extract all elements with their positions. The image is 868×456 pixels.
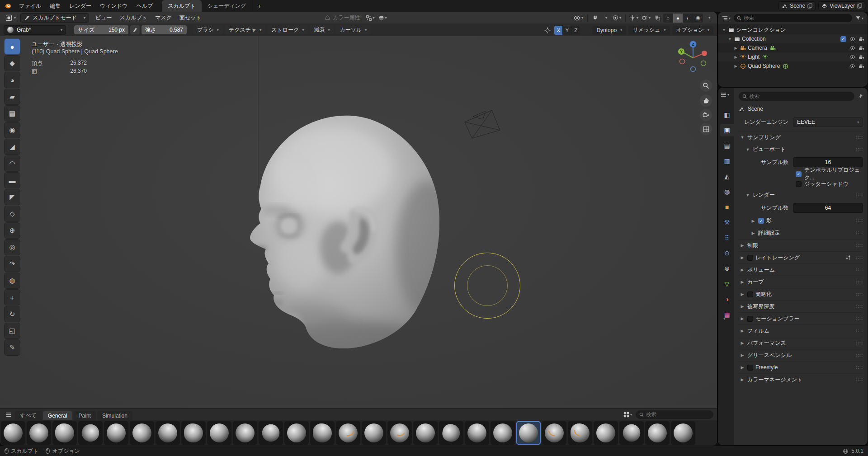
- tool-draw-sharp[interactable]: ◆: [5, 56, 20, 71]
- options-dropdown[interactable]: オプション ▾: [672, 26, 713, 35]
- properties-tab-object[interactable]: ■: [720, 201, 734, 213]
- pan-button[interactable]: [700, 94, 712, 107]
- brush-selector[interactable]: Grab* ▾: [4, 25, 66, 35]
- breadcrumb-scene[interactable]: Scene: [748, 106, 763, 112]
- brush-asset-20[interactable]: [516, 421, 541, 445]
- panel-clamping[interactable]: ▶制限∷∷: [739, 239, 863, 251]
- symmetry-y-toggle[interactable]: Y: [563, 26, 571, 35]
- new-viewlayer-icon[interactable]: [857, 3, 862, 9]
- panel-film[interactable]: ▶フィルム∷∷: [739, 324, 863, 337]
- properties-search-box[interactable]: [739, 92, 854, 101]
- disclosure-closed-icon[interactable]: ▶: [740, 304, 745, 309]
- panel-color-management[interactable]: ▶カラーマネージメント∷∷: [739, 373, 863, 385]
- properties-search-input[interactable]: [749, 94, 851, 99]
- editor-type-button[interactable]: ▾: [4, 14, 18, 22]
- shelf-tab-simulation[interactable]: Simulation: [97, 411, 132, 420]
- collection-checkbox[interactable]: ✓: [840, 36, 846, 42]
- panel-motion-blur[interactable]: ▶モーションブラー∷∷: [739, 312, 863, 324]
- outliner-row-camera[interactable]: ▶Camera: [718, 43, 868, 52]
- brush-asset-16[interactable]: [413, 421, 438, 445]
- disclosure-open-icon[interactable]: ▼: [745, 147, 750, 152]
- tool-scrape[interactable]: ◤: [5, 189, 20, 205]
- workspace-tab-shading[interactable]: シェーディング: [202, 0, 253, 12]
- snap-toggle[interactable]: [591, 14, 600, 23]
- checkbox-jittered-shadows[interactable]: [796, 181, 802, 187]
- viewport-menu-mask[interactable]: マスク: [151, 13, 175, 23]
- show-gizmo-toggle[interactable]: ▾: [629, 14, 639, 23]
- shading-settings-dropdown[interactable]: ▾: [704, 14, 713, 23]
- tool-grab[interactable]: ⊕: [5, 223, 20, 238]
- render-visibility-icon[interactable]: [859, 36, 864, 42]
- mode-dropdown[interactable]: スカルプトモード ▾: [20, 13, 89, 23]
- brush-asset-21[interactable]: [542, 421, 566, 445]
- cursor-3d-toggle[interactable]: [543, 26, 552, 35]
- drag-dots-icon[interactable]: ∷∷: [856, 230, 863, 236]
- properties-tab-particles[interactable]: ⠿: [720, 231, 734, 244]
- brush-asset-10[interactable]: [259, 421, 283, 445]
- camera-object-wireframe[interactable]: [461, 108, 504, 147]
- tool-move[interactable]: +: [5, 290, 20, 305]
- outliner-editor-icon[interactable]: ▾: [721, 14, 731, 23]
- viewport-menu-view[interactable]: ビュー: [92, 13, 116, 23]
- zoom-button[interactable]: [700, 80, 712, 92]
- disclosure-closed-icon[interactable]: ▶: [740, 243, 745, 248]
- panel-shadows[interactable]: ▶✓影∷∷: [739, 215, 863, 227]
- disclosure-closed-icon[interactable]: ▶: [740, 329, 745, 333]
- checkbox-simplify[interactable]: [747, 291, 753, 297]
- brush-size-slider[interactable]: サイズ 150 px: [74, 25, 128, 34]
- toggle-grid-button[interactable]: [700, 123, 712, 135]
- properties-tab-physics[interactable]: ⊙: [720, 247, 734, 259]
- panel-volumes[interactable]: ▶ボリューム∷∷: [739, 263, 863, 276]
- viewport-menu-face-sets[interactable]: 面セット: [176, 13, 205, 23]
- disclosure-closed-icon[interactable]: ▶: [733, 64, 738, 68]
- panel-viewport[interactable]: ▼ビューポート∷∷: [739, 143, 863, 155]
- properties-tab-world[interactable]: ◍: [720, 185, 734, 198]
- disclosure-closed-icon[interactable]: ▶: [740, 255, 745, 260]
- brush-asset-14[interactable]: [362, 421, 386, 445]
- checkbox-raytracing[interactable]: [747, 255, 753, 261]
- brush-strength-slider[interactable]: 強さ 0.587: [142, 25, 187, 34]
- popover-texture[interactable]: テクスチャ▾: [225, 25, 265, 34]
- brush-asset-13[interactable]: [336, 421, 360, 445]
- color-attribute-button[interactable]: カラー属性: [322, 14, 363, 22]
- properties-tab-modifiers[interactable]: ⚒: [720, 216, 734, 229]
- brush-asset-4[interactable]: [104, 421, 128, 445]
- drag-dots-icon[interactable]: ∷∷: [856, 353, 863, 358]
- brush-asset-11[interactable]: [284, 421, 309, 445]
- popover-brush[interactable]: ブラシ▾: [193, 25, 223, 34]
- shading-rendered-icon[interactable]: ◉: [693, 14, 703, 23]
- tool-draw[interactable]: ●: [5, 39, 20, 54]
- brush-asset-0[interactable]: [1, 421, 25, 445]
- shelf-search-box[interactable]: [636, 410, 713, 419]
- tool-crease[interactable]: ◢: [5, 139, 20, 155]
- panel-performance[interactable]: ▶パフォーマンス∷∷: [739, 337, 863, 349]
- popover-cursor[interactable]: カーソル▾: [335, 25, 371, 34]
- checkbox-shadows[interactable]: ✓: [758, 218, 764, 224]
- sculpt-mesh-quad-sphere[interactable]: [246, 113, 445, 353]
- display-mode-icon[interactable]: ▾: [623, 410, 633, 419]
- tool-elastic-deform[interactable]: ◎: [5, 240, 20, 255]
- brush-asset-26[interactable]: [671, 421, 695, 445]
- shelf-search-input[interactable]: [646, 412, 710, 417]
- render-visibility-icon[interactable]: [859, 45, 864, 51]
- field-samples-render[interactable]: 64: [793, 203, 863, 213]
- disclosure-closed-icon[interactable]: ▶: [740, 268, 745, 272]
- symmetry-x-toggle[interactable]: X: [554, 26, 563, 35]
- object-visibility-dropdown[interactable]: ▾: [573, 14, 584, 23]
- size-pressure-toggle[interactable]: [130, 25, 140, 34]
- render-visibility-icon[interactable]: [859, 54, 864, 60]
- brush-asset-8[interactable]: [207, 421, 231, 445]
- drag-dots-icon[interactable]: ∷∷: [856, 304, 863, 310]
- outliner-search-input[interactable]: [744, 15, 849, 21]
- outliner-row-collection[interactable]: ▼Collection✓: [718, 34, 868, 43]
- eye-icon[interactable]: [849, 46, 855, 51]
- symmetry-z-toggle[interactable]: Z: [571, 26, 580, 35]
- drag-dots-icon[interactable]: ∷∷: [856, 135, 863, 141]
- render-engine-dropdown[interactable]: EEVEE ▾: [793, 118, 863, 127]
- eye-icon[interactable]: [849, 37, 855, 42]
- brush-asset-22[interactable]: [568, 421, 592, 445]
- drag-dots-icon[interactable]: ∷∷: [856, 340, 863, 346]
- tool-mask[interactable]: ◍: [5, 273, 20, 288]
- outliner-row-light[interactable]: ▶Light: [718, 52, 868, 61]
- properties-tab-output[interactable]: ▤: [720, 139, 734, 152]
